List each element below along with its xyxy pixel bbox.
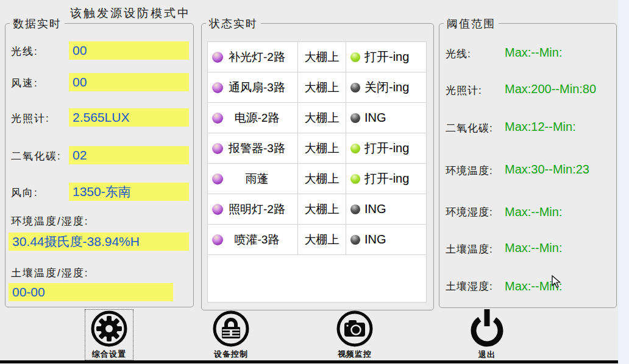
- table-row: 通风扇-3路 大棚上 关闭-ing: [208, 72, 426, 103]
- location-cell: 大棚上: [298, 72, 346, 102]
- device-name: 照明灯-2路: [229, 201, 285, 217]
- env-temp-humidity-label: 环境温度/湿度:: [11, 214, 88, 228]
- device-name: 通风扇-3路: [229, 80, 285, 96]
- lux-meter-label: 光照计:: [11, 111, 50, 125]
- table-row: 照明灯-2路 大棚上 ING: [208, 194, 426, 225]
- device-name: 电源-2路: [235, 110, 280, 126]
- device-name: 雨蓬: [246, 171, 269, 187]
- device-status-table: 补光灯-2路 大棚上 打开-ing 通风扇-3路 大棚上 关闭-ing: [207, 41, 427, 303]
- soil-temp-threshold-label: 土壤温度:: [446, 242, 493, 256]
- device-cell: 报警器-3路: [208, 133, 298, 163]
- lux-meter-value-field: 2.565LUX: [69, 108, 189, 127]
- status-ball-icon: [350, 52, 360, 62]
- threshold-range-panel: 阈值范围 光线: Max:--Min: 光照计: Max:200--Min:80…: [439, 23, 617, 308]
- device-cell: 照明灯-2路: [208, 194, 298, 224]
- video-monitor-button-label: 视频监控: [338, 349, 372, 360]
- device-ball-icon: [212, 113, 223, 124]
- device-cell: 补光灯-2路: [208, 42, 298, 72]
- device-ball-icon: [212, 52, 223, 63]
- soil-temp-humidity-value-field: 00-00: [9, 283, 173, 301]
- soil-humidity-threshold-label: 土壤湿度:: [446, 279, 493, 293]
- device-ball-icon: [212, 204, 223, 215]
- env-temp-humidity-value-field: 30.44摄氏度-38.94%H: [9, 233, 189, 251]
- light-value-field: 00: [69, 41, 189, 60]
- status-ball-icon: [350, 144, 360, 153]
- mouse-cursor-icon: [552, 275, 561, 289]
- bottom-divider-bar: [0, 360, 618, 363]
- co2-value-field: 02: [69, 146, 189, 164]
- env-humidity-threshold-label: 环境湿度:: [446, 205, 493, 219]
- wind-direction-label: 风向:: [11, 186, 38, 200]
- device-location: 大棚上: [305, 201, 339, 217]
- table-row: 补光灯-2路 大棚上 打开-ing: [208, 42, 426, 72]
- co2-threshold-label: 二氧化碳:: [446, 121, 493, 135]
- env-temp-threshold-label: 环境温度:: [446, 164, 493, 178]
- device-control-button[interactable]: 设备控制: [207, 310, 255, 360]
- device-name: 补光灯-2路: [229, 49, 285, 65]
- device-location: 大棚上: [305, 232, 339, 248]
- status-cell: 关闭-ing: [346, 72, 426, 102]
- env-humidity-threshold-value: Max:--Min:: [505, 205, 562, 219]
- device-status: 打开-ing: [364, 170, 409, 187]
- device-status: ING: [364, 202, 386, 216]
- threshold-range-title: 阈值范围: [444, 16, 499, 31]
- realtime-data-panel: 数据实时: [5, 23, 194, 307]
- device-control-button-label: 设备控制: [214, 349, 248, 360]
- status-cell: ING: [346, 103, 426, 133]
- device-cell: 通风扇-3路: [208, 72, 298, 102]
- location-cell: 大棚上: [298, 103, 346, 133]
- device-status: 打开-ing: [364, 49, 409, 65]
- device-cell: 雨蓬: [208, 164, 298, 194]
- location-cell: 大棚上: [298, 164, 346, 194]
- location-cell: 大棚上: [298, 42, 346, 72]
- exit-button[interactable]: 退出: [463, 308, 511, 360]
- status-ball-icon: [350, 235, 360, 245]
- device-ball-icon: [212, 234, 223, 245]
- device-status: ING: [364, 111, 386, 125]
- status-cell: 打开-ing: [346, 42, 426, 72]
- table-row: 雨蓬 大棚上 打开-ing: [208, 164, 426, 194]
- realtime-status-title: 状态实时: [206, 16, 261, 31]
- wind-direction-value-field: 1350-东南: [69, 183, 189, 201]
- settings-button-label: 综合设置: [92, 349, 126, 360]
- device-cell: 喷灌-3路: [208, 225, 298, 254]
- status-ball-icon: [350, 174, 360, 184]
- power-icon: [466, 308, 508, 348]
- table-row: 报警器-3路 大棚上 打开-ing: [208, 133, 426, 164]
- device-status: 打开-ing: [364, 140, 409, 156]
- device-location: 大棚上: [305, 171, 339, 187]
- realtime-data-title: 数据实时: [10, 16, 65, 31]
- device-ball-icon: [212, 173, 223, 184]
- device-status: 关闭-ing: [364, 79, 409, 96]
- light-label: 光线:: [11, 44, 38, 58]
- status-cell: ING: [346, 194, 426, 224]
- status-cell: ING: [346, 225, 426, 254]
- device-cell: 电源-2路: [208, 103, 298, 133]
- soil-temp-threshold-value: Max:--Min:: [505, 241, 562, 255]
- status-ball-icon: [350, 113, 360, 123]
- wind-speed-value-field: 00: [69, 73, 189, 91]
- lux-threshold-label: 光照计:: [446, 83, 482, 97]
- co2-threshold-value: Max:12--Min:: [505, 120, 576, 134]
- device-name: 报警器-3路: [229, 141, 285, 156]
- location-cell: 大棚上: [298, 133, 346, 163]
- app-window: 该触发源设防模式中 数据实时 光线: 00 风速: 00 光照计: 2.565L…: [0, 0, 629, 364]
- gear-icon: [90, 310, 128, 348]
- device-location: 大棚上: [305, 141, 339, 156]
- co2-label: 二氧化碳:: [11, 149, 62, 163]
- lock-icon: [212, 310, 250, 348]
- lux-threshold-value: Max:200--Min:80: [505, 82, 596, 96]
- video-monitor-button[interactable]: 视频监控: [331, 310, 378, 360]
- camera-icon: [336, 310, 374, 348]
- right-edge-strip: [618, 0, 629, 364]
- device-location: 大棚上: [305, 80, 339, 96]
- status-ball-icon: [350, 83, 360, 93]
- device-ball-icon: [212, 143, 223, 154]
- light-threshold-label: 光线:: [446, 47, 471, 61]
- settings-button[interactable]: 综合设置: [85, 310, 133, 360]
- device-location: 大棚上: [305, 49, 339, 65]
- armed-mode-banner: 该触发源设防模式中: [70, 5, 191, 21]
- exit-button-label: 退出: [478, 349, 496, 360]
- wind-speed-label: 风速:: [11, 76, 38, 90]
- env-temp-threshold-value: Max:30--Min:23: [505, 163, 589, 177]
